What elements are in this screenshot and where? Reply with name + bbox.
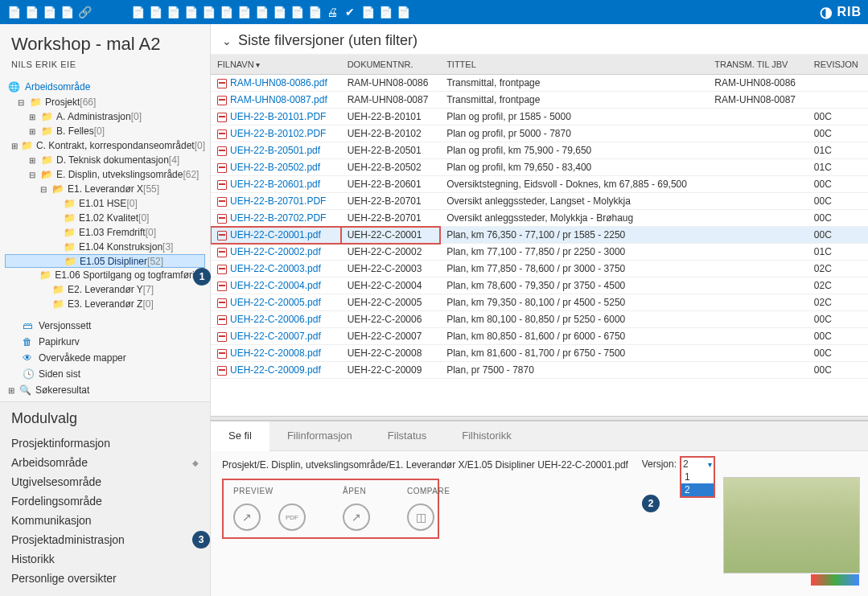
tree-toggle-icon[interactable]: ⊟ (27, 171, 37, 179)
tree-section[interactable]: 🗑Papirkurv (5, 334, 205, 350)
cell-filnavn[interactable]: UEH-22-C-20001.pdf (211, 227, 341, 244)
preview-pdf-button[interactable]: PDF (278, 504, 306, 531)
toolbar-icon[interactable]: 📄 (307, 5, 322, 19)
tree-toggle-icon[interactable]: ⊟ (16, 98, 26, 107)
table-row[interactable]: UEH-22-C-20008.pdfUEH-22-C-20008Plan, km… (211, 345, 868, 362)
tree-item[interactable]: ⊞📁D. Teknisk dokumentasjon [4] (5, 153, 205, 167)
tree-item[interactable]: 📁E1.05 Disipliner [52] (5, 254, 205, 268)
tree-toggle-icon[interactable]: ⊞ (11, 142, 18, 150)
toolbar-icon[interactable]: 🖨 (325, 5, 339, 19)
toolbar-icon[interactable]: 📄 (237, 5, 251, 19)
tree-toggle-icon[interactable]: ⊞ (27, 156, 37, 165)
preview-button[interactable]: ↗ (233, 504, 261, 531)
table-row[interactable]: UEH-22-C-20005.pdfUEH-22-C-20005Plan, km… (211, 294, 868, 311)
toolbar-icon[interactable]: 📄 (42, 5, 56, 19)
toolbar-icon[interactable]: 📄 (24, 5, 39, 19)
tree-item[interactable]: ⊟📂E. Displin, utvekslingsområde [62] (5, 167, 205, 182)
cell-filnavn[interactable]: UEH-22-C-20004.pdf (211, 277, 341, 294)
toolbar-icon[interactable]: 📄 (396, 5, 410, 19)
toolbar-icon[interactable]: 📄 (272, 5, 286, 19)
column-header[interactable]: DOKUMENTNR. (341, 55, 441, 75)
table-row[interactable]: UEH-22-B-20501.pdfUEH-22-B-20501Plan og … (211, 142, 868, 159)
tree-item[interactable]: 📁E2. Leverandør Y [7] (5, 282, 205, 297)
cell-filnavn[interactable]: UEH-22-B-20601.pdf (211, 176, 341, 193)
version-option[interactable]: 1 (681, 471, 714, 483)
toolbar-icon[interactable]: 📄 (201, 5, 216, 19)
detail-tab[interactable]: Se fil (211, 421, 269, 451)
table-row[interactable]: RAM-UHN08-0087.pdfRAM-UHN08-0087Transmit… (211, 92, 868, 109)
column-header[interactable]: FILNAVN (211, 55, 341, 75)
toolbar-icon[interactable]: 📄 (166, 5, 180, 19)
toolbar-icon[interactable]: 📄 (219, 5, 233, 19)
module-item[interactable]: Utgivelsesområde (11, 472, 199, 491)
table-row[interactable]: UEH-22-C-20006.pdfUEH-22-C-20006Plan, km… (211, 311, 868, 328)
table-row[interactable]: UEH-22-C-20004.pdfUEH-22-C-20004Plan, km… (211, 277, 868, 294)
tree-item[interactable]: 📁E1.01 HSE [0] (5, 196, 205, 211)
table-row[interactable]: UEH-22-B-20701.PDFUEH-22-B-20701Oversikt… (211, 193, 868, 210)
table-row[interactable]: UEH-22-B-20502.pdfUEH-22-B-20502Plan og … (211, 159, 868, 176)
toolbar-icon[interactable]: 📄 (60, 5, 74, 19)
toolbar-icon[interactable]: 🔗 (77, 5, 92, 19)
table-row[interactable]: UEH-22-C-20001.pdfUEH-22-C-20001Plan, km… (211, 227, 868, 244)
tree-section[interactable]: 👁Overvåkede mapper (5, 350, 205, 366)
toolbar-icon[interactable]: 📄 (254, 5, 269, 19)
tree-item[interactable]: 📁E1.03 Fremdrift [0] (5, 225, 205, 240)
tree-section[interactable]: 🗃Versjonssett (5, 318, 205, 334)
table-row[interactable]: UEH-22-C-20002.pdfUEH-22-C-20002Plan, km… (211, 244, 868, 261)
cell-filnavn[interactable]: UEH-22-B-20102.PDF (211, 125, 341, 142)
cell-filnavn[interactable]: UEH-22-C-20005.pdf (211, 294, 341, 311)
table-row[interactable]: UEH-22-B-20101.PDFUEH-22-B-20101Plan og … (211, 109, 868, 125)
module-item[interactable]: Prosjektadministrasjon (11, 530, 199, 549)
tree-toggle-icon[interactable]: ⊞ (27, 127, 37, 136)
tree-item[interactable]: 📁E1.06 Sportilgang og togframføring (5, 268, 205, 282)
toolbar-icon[interactable]: ✔ (343, 5, 357, 19)
collapse-icon[interactable]: ⌄ (222, 35, 232, 47)
table-row[interactable]: UEH-22-C-20003.pdfUEH-22-C-20003Plan, km… (211, 261, 868, 277)
tree-item[interactable]: ⊞📁C. Kontrakt, korrespondanseområdet [0] (5, 138, 205, 153)
tree-item[interactable]: ⊞📁B. Felles [0] (5, 124, 205, 138)
module-item[interactable]: Historikk (11, 549, 199, 569)
compare-button[interactable]: ◫ (407, 504, 434, 531)
cell-filnavn[interactable]: UEH-22-B-20701.PDF (211, 193, 341, 210)
tree-item[interactable]: 📁E1.04 Konstruksjon [3] (5, 240, 205, 254)
tree-item[interactable]: 📁E3. Leverandør Z [0] (5, 297, 205, 311)
column-header[interactable]: TITTEL (440, 55, 708, 75)
toolbar-icon[interactable]: 📄 (360, 5, 375, 19)
tree-toggle-icon[interactable]: ⊞ (27, 113, 37, 121)
tree-item[interactable]: ⊟📁Prosjekt [66] (5, 95, 205, 109)
cell-filnavn[interactable]: UEH-22-B-20101.PDF (211, 109, 341, 125)
version-dropdown[interactable]: 2▾ 1 2 (680, 456, 715, 498)
module-item[interactable]: Fordelingsområde (11, 491, 199, 511)
toolbar-icon[interactable]: 📄 (148, 5, 162, 19)
cell-filnavn[interactable]: UEH-22-B-20702.PDF (211, 210, 341, 227)
cell-filnavn[interactable]: UEH-22-C-20003.pdf (211, 261, 341, 277)
cell-filnavn[interactable]: UEH-22-C-20008.pdf (211, 345, 341, 362)
toolbar-icon[interactable]: 📄 (130, 5, 145, 19)
cell-filnavn[interactable]: RAM-UHN08-0086.pdf (211, 75, 341, 92)
version-option[interactable]: 2 (681, 483, 714, 496)
cell-filnavn[interactable]: UEH-22-C-20007.pdf (211, 328, 341, 345)
detail-tab[interactable]: Filhistorikk (444, 421, 529, 450)
column-header[interactable]: TRANSM. TIL JBV (708, 55, 808, 75)
detail-tab[interactable]: Filstatus (370, 421, 444, 450)
toolbar-icon[interactable]: 📄 (183, 5, 198, 19)
table-row[interactable]: UEH-22-C-20009.pdfUEH-22-C-20009Plan, pr… (211, 362, 868, 379)
tree-item[interactable]: ⊟📂E1. Leverandør X [55] (5, 182, 205, 196)
module-item[interactable]: Personlige oversikter (11, 569, 199, 588)
table-row[interactable]: RAM-UHN08-0086.pdfRAM-UHN08-0086Transmit… (211, 75, 868, 92)
detail-tab[interactable]: Filinformasjon (269, 421, 370, 450)
toolbar-icon[interactable]: 📄 (290, 5, 304, 19)
cell-filnavn[interactable]: RAM-UHN08-0087.pdf (211, 92, 341, 109)
tree-item[interactable]: 📁E1.02 Kvalitet [0] (5, 211, 205, 225)
folder-tree[interactable]: 🌐Arbeidsområde ⊟📁Prosjekt [66]⊞📁A. Admin… (0, 72, 210, 401)
module-item[interactable]: Prosjektinformasjon (11, 434, 199, 453)
module-item[interactable]: Arbeidsområde◆ (11, 453, 199, 472)
tree-root[interactable]: 🌐Arbeidsområde (5, 79, 205, 95)
tree-toggle-icon[interactable]: ⊟ (39, 185, 48, 194)
file-table-wrap[interactable]: FILNAVNDOKUMENTNR.TITTELTRANSM. TIL JBVR… (211, 55, 868, 416)
cell-filnavn[interactable]: UEH-22-C-20009.pdf (211, 362, 341, 379)
toolbar-icon[interactable]: 📄 (6, 5, 21, 19)
tree-item[interactable]: ⊞📁A. Administrasjon [0] (5, 109, 205, 124)
table-row[interactable]: UEH-22-C-20007.pdfUEH-22-C-20007Plan, km… (211, 328, 868, 345)
table-row[interactable]: UEH-22-B-20102.PDFUEH-22-B-20102Plan og … (211, 125, 868, 142)
